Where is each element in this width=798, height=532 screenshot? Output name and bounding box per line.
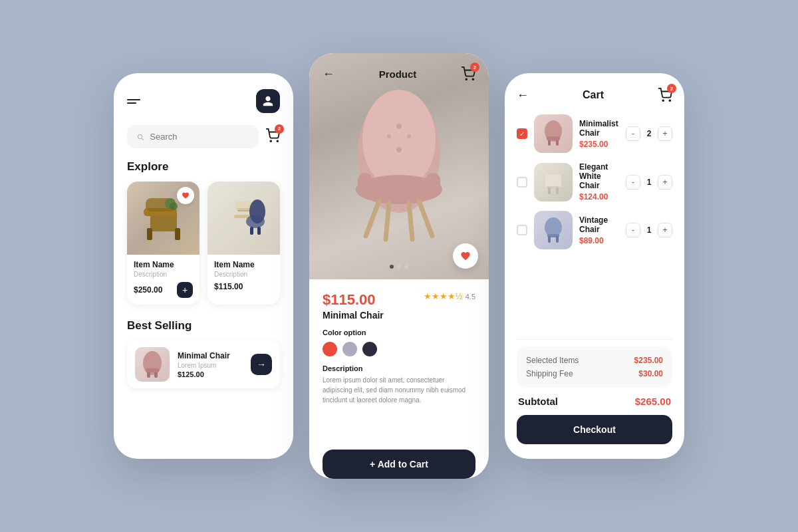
best-item-name-1: Minimal Chair [178,351,243,360]
qty-num-3: 1 [644,225,654,235]
cart-item-name-3: Vintage Chair [579,215,619,234]
svg-rect-43 [548,188,551,194]
home-header [127,89,280,113]
svg-rect-25 [358,173,372,196]
search-icon [136,132,144,142]
best-item-1[interactable]: Minimal Chair Lorem Ipsum $125.00 → [127,340,280,388]
product-cart-badge: 2 [470,63,479,72]
search-bar[interactable] [127,125,259,148]
color-options [323,342,475,356]
cart-header-badge: 2 [667,84,676,93]
svg-point-33 [387,134,391,138]
svg-point-34 [407,134,411,138]
checkout-label: Checkout [573,424,616,435]
cart-item-image-3 [534,211,573,249]
qty-control-2: - 1 + [626,175,672,190]
cart-item-1: ✓ Minimalist Chair $235.00 - 2 + [517,114,672,153]
explore-card-1[interactable]: Item Name Description $250.00 + [127,182,200,305]
cart-header-cart-button[interactable]: 2 [658,88,672,102]
svg-rect-19 [146,368,159,372]
color-option-purple[interactable] [342,342,357,356]
cart-item-image-1 [534,114,573,153]
back-button[interactable]: ← [323,67,334,81]
cart-checkbox-2[interactable] [517,177,527,188]
svg-line-28 [419,201,432,236]
product-name-main: Minimal Chair [323,310,384,321]
qty-decrease-3[interactable]: - [626,223,640,237]
cart-summary: Selected Items $235.00 Shipping Fee $30.… [517,346,672,388]
qty-increase-2[interactable]: + [658,175,672,190]
cart-title: Cart [583,89,604,101]
stars-icon: ★★★★½ [424,291,463,301]
svg-point-21 [472,78,473,80]
product-price-row-2: $115.00 [214,282,273,291]
add-to-cart-button-1[interactable]: + [177,282,193,298]
svg-rect-4 [175,228,180,240]
best-item-image-1 [135,347,170,382]
product-nav: ← Product 2 [309,66,489,81]
svg-point-35 [662,100,664,101]
cart-item-3: Vintage Chair $89.00 - 1 + [517,211,672,249]
product-image-1 [127,182,200,255]
product-page-title: Product [379,68,417,80]
product-chair-illustration [339,86,459,246]
cart-checkbox-1[interactable]: ✓ [517,128,527,139]
explore-grid: Item Name Description $250.00 + [127,182,280,305]
cart-item-name-2: Elegant White Chair [579,162,619,190]
rating-number: 4.5 [466,293,475,301]
product-desc-2: Description [214,271,273,278]
profile-button[interactable] [256,89,280,113]
color-option-label: Color option [323,329,475,336]
svg-rect-40 [547,136,560,140]
svg-point-13 [246,215,265,228]
svg-rect-26 [426,173,440,196]
qty-decrease-2[interactable]: - [626,175,640,190]
search-input[interactable] [150,132,249,142]
cart-item-info-1: Minimalist Chair $235.00 [579,119,619,149]
cart-chair-2 [540,168,567,197]
qty-decrease-1[interactable]: - [626,126,640,141]
add-to-cart-button[interactable]: + Add to Cart [323,450,475,479]
checkout-button[interactable]: Checkout [517,415,672,444]
svg-rect-15 [257,227,261,235]
selected-items-value: $235.00 [634,356,663,365]
svg-rect-3 [147,228,152,240]
cart-badge: 2 [275,124,284,134]
svg-point-8 [170,202,178,210]
explore-card-2[interactable]: Item Name Description $115.00 [207,182,280,305]
color-option-red[interactable] [323,342,337,356]
svg-point-1 [277,140,278,142]
color-option-dark[interactable] [362,342,377,356]
cart-back-button[interactable]: ← [517,88,529,102]
product-desc-1: Description [134,271,193,278]
qty-increase-1[interactable]: + [658,126,672,141]
favorite-button-1[interactable] [177,187,194,204]
subtotal-label: Subtotal [518,396,558,407]
product-image-2 [207,182,280,255]
cart-checkbox-3[interactable] [517,225,527,235]
product-cart-button[interactable]: 2 [461,66,475,81]
qty-num-1: 2 [644,129,654,138]
best-item-arrow-1[interactable]: → [251,354,272,375]
menu-icon[interactable] [127,99,140,104]
qty-increase-3[interactable]: + [658,223,672,237]
svg-line-27 [366,201,379,236]
qty-num-2: 1 [644,178,654,187]
description-text: Lorem ipsum dolor sit amet, consectetuer… [323,375,475,405]
qty-control-1: - 2 + [626,126,672,141]
product-left: $115.00 Minimal Chair [323,291,384,321]
price-rating-row: $115.00 Minimal Chair ★★★★½ 4.5 [323,291,475,321]
dot-3 [404,265,408,269]
product-price-2: $115.00 [214,282,243,291]
cart-header: ← Cart 2 [517,88,672,102]
svg-rect-44 [556,188,559,194]
product-rating: ★★★★½ 4.5 [424,291,475,301]
product-name-1: Item Name [134,260,193,269]
heart-icon [460,251,471,261]
cart-button[interactable]: 2 [265,128,280,146]
cart-chair-1 [540,119,567,148]
best-item-price-1: $125.00 [178,370,243,378]
product-favorite-button[interactable] [453,243,478,269]
selected-items-label: Selected Items [526,356,579,365]
home-screen: 2 Explore Item Name [114,73,293,459]
